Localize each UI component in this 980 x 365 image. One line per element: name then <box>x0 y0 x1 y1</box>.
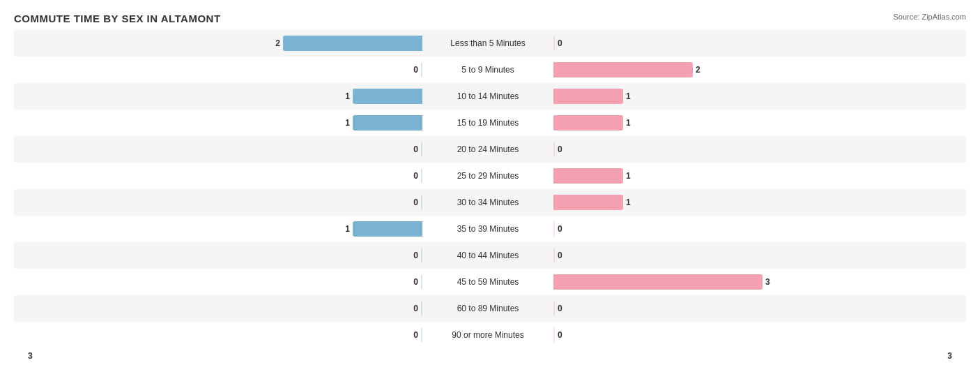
bottom-right-value: 3 <box>947 351 952 361</box>
male-bar <box>421 301 422 316</box>
left-section: 0 <box>14 301 425 316</box>
male-value: 2 <box>269 38 280 48</box>
right-section: 1 <box>551 89 962 104</box>
bottom-values: 3 3 <box>14 351 966 361</box>
left-section: 0 <box>14 327 425 343</box>
female-bar <box>553 115 623 131</box>
row-label: 25 to 29 Minutes <box>425 171 551 181</box>
female-bar <box>553 327 555 343</box>
row-label: 30 to 34 Minutes <box>425 198 551 207</box>
source-label: Source: ZipAtlas.com <box>893 13 966 21</box>
table-row: 0 45 to 59 Minutes 3 <box>14 269 966 295</box>
male-value: 0 <box>407 330 418 340</box>
table-row: 0 20 to 24 Minutes 0 <box>14 136 966 163</box>
row-label: 35 to 39 Minutes <box>425 224 551 234</box>
table-row: 2 Less than 5 Minutes 0 <box>14 30 966 57</box>
female-value: 0 <box>558 144 569 154</box>
female-bar <box>553 195 623 210</box>
female-value: 3 <box>765 277 776 287</box>
male-bar <box>421 327 422 343</box>
male-value: 0 <box>407 198 418 207</box>
male-value: 0 <box>407 251 418 260</box>
male-value: 1 <box>339 91 350 101</box>
row-label: 90 or more Minutes <box>425 330 551 340</box>
male-bar <box>421 142 422 157</box>
female-bar <box>553 301 555 316</box>
row-label: 45 to 59 Minutes <box>425 277 551 287</box>
table-row: 1 15 to 19 Minutes 1 <box>14 110 966 136</box>
row-label: Less than 5 Minutes <box>425 38 551 48</box>
female-value: 1 <box>626 91 637 101</box>
table-row: 1 35 to 39 Minutes 0 <box>14 216 966 242</box>
female-value: 0 <box>558 330 569 340</box>
right-section: 3 <box>551 274 962 290</box>
right-section: 0 <box>551 301 962 316</box>
right-section: 0 <box>551 36 962 51</box>
male-bar <box>353 221 422 237</box>
male-bar <box>353 89 422 104</box>
left-section: 1 <box>14 89 425 104</box>
male-bar <box>353 115 422 131</box>
bottom-left-value: 3 <box>28 351 33 361</box>
table-row: 0 40 to 44 Minutes 0 <box>14 242 966 269</box>
female-value: 0 <box>558 224 569 234</box>
female-bar <box>553 221 555 237</box>
left-section: 1 <box>14 115 425 131</box>
left-section: 1 <box>14 221 425 237</box>
row-label: 15 to 19 Minutes <box>425 118 551 128</box>
male-bar <box>421 274 422 290</box>
table-row: 1 10 to 14 Minutes 1 <box>14 83 966 110</box>
chart-title: COMMUTE TIME BY SEX IN ALTAMONT <box>14 13 966 24</box>
row-label: 20 to 24 Minutes <box>425 144 551 154</box>
table-row: 0 90 or more Minutes 0 <box>14 322 966 348</box>
male-value: 1 <box>339 224 350 234</box>
right-section: 0 <box>551 221 962 237</box>
female-value: 1 <box>626 171 637 181</box>
male-value: 1 <box>339 118 350 128</box>
female-value: 0 <box>558 304 569 313</box>
male-value: 0 <box>407 65 418 75</box>
right-section: 1 <box>551 115 962 131</box>
right-section: 1 <box>551 168 962 184</box>
male-bar <box>283 36 422 51</box>
male-bar <box>421 248 422 263</box>
female-bar <box>553 168 623 184</box>
right-section: 2 <box>551 62 962 77</box>
row-label: 5 to 9 Minutes <box>425 65 551 75</box>
left-section: 0 <box>14 195 425 210</box>
male-bar <box>421 195 422 210</box>
female-value: 2 <box>696 65 707 75</box>
female-value: 0 <box>558 251 569 260</box>
female-bar <box>553 274 763 290</box>
female-value: 0 <box>558 38 569 48</box>
female-value: 1 <box>626 198 637 207</box>
female-bar <box>553 142 555 157</box>
male-bar <box>421 168 422 184</box>
row-label: 60 to 89 Minutes <box>425 304 551 313</box>
male-value: 0 <box>407 304 418 313</box>
left-section: 0 <box>14 142 425 157</box>
male-value: 0 <box>407 277 418 287</box>
male-bar <box>421 62 422 77</box>
chart-container: COMMUTE TIME BY SEX IN ALTAMONT Source: … <box>0 0 980 365</box>
table-row: 0 30 to 34 Minutes 1 <box>14 189 966 216</box>
left-section: 0 <box>14 168 425 184</box>
left-section: 2 <box>14 36 425 51</box>
left-section: 0 <box>14 62 425 77</box>
right-section: 0 <box>551 142 962 157</box>
right-section: 0 <box>551 248 962 263</box>
male-value: 0 <box>407 144 418 154</box>
right-section: 1 <box>551 195 962 210</box>
rows-wrapper: 2 Less than 5 Minutes 0 0 5 to 9 Minutes… <box>14 30 966 348</box>
table-row: 0 60 to 89 Minutes 0 <box>14 295 966 322</box>
female-bar <box>553 62 693 77</box>
left-section: 0 <box>14 248 425 263</box>
table-row: 0 5 to 9 Minutes 2 <box>14 57 966 83</box>
table-row: 0 25 to 29 Minutes 1 <box>14 163 966 189</box>
female-bar <box>553 89 623 104</box>
left-section: 0 <box>14 274 425 290</box>
row-label: 40 to 44 Minutes <box>425 251 551 260</box>
male-value: 0 <box>407 171 418 181</box>
female-bar <box>553 36 555 51</box>
right-section: 0 <box>551 327 962 343</box>
